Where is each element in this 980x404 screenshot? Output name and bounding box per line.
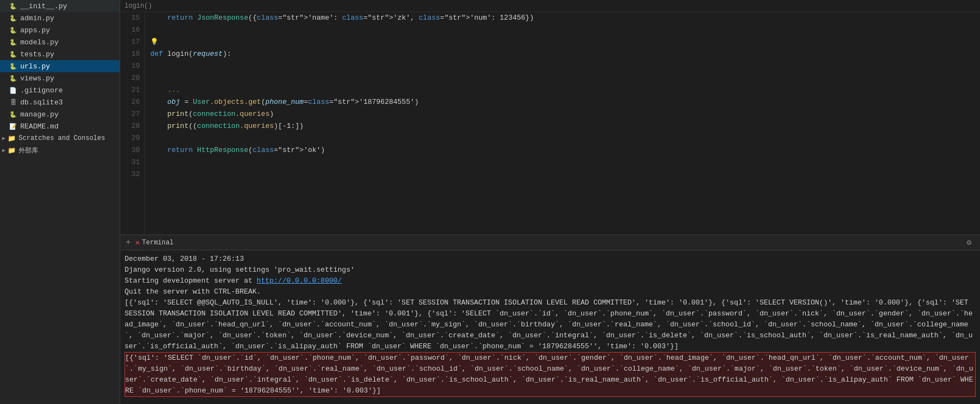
file-name: __init__.py (20, 2, 67, 10)
file-icon: 🐍 (9, 38, 17, 46)
section-arrow: ▶ (2, 147, 5, 154)
line-number: 17 (120, 36, 140, 48)
lightbulb-icon: 💡 (150, 38, 158, 46)
line-number: 18 (120, 48, 140, 60)
code-line[interactable] (150, 60, 980, 72)
line-number: 32 (120, 168, 140, 180)
file-name: views.py (20, 74, 54, 83)
code-line[interactable]: obj = User.objects.get(phone_num=class="… (150, 96, 980, 108)
sidebar-file-admin-py[interactable]: 🐍admin.py (0, 12, 120, 24)
terminal-add-icon[interactable]: + (126, 238, 131, 248)
main-area: login() 1516171819202126272829303132 ret… (120, 0, 980, 404)
sidebar-file-tests-py[interactable]: 🐍tests.py (0, 48, 120, 60)
file-icon: 🐍 (9, 62, 17, 71)
line-number: 16 (120, 24, 140, 36)
line-number: 28 (120, 120, 140, 132)
terminal-settings-icon[interactable]: ⚙ (964, 237, 975, 248)
terminal-panel: + ✕ Terminal ⚙ December 03, 2018 - 17:26… (120, 235, 980, 404)
code-editor: login() 1516171819202126272829303132 ret… (120, 0, 980, 235)
code-line[interactable] (150, 168, 980, 180)
line-number: 15 (120, 12, 140, 24)
code-line[interactable] (150, 132, 980, 144)
file-name: apps.py (20, 26, 50, 34)
file-icon: 🐍 (9, 74, 17, 83)
terminal-line: [{'sql': 'SELECT @@SQL_AUTO_IS_NULL', 't… (125, 298, 972, 350)
terminal-close-icon[interactable]: ✕ (135, 238, 140, 247)
line-number: 31 (120, 156, 140, 168)
file-list: 🐍__init__.py🐍admin.py🐍apps.py🐍models.py🐍… (0, 0, 120, 156)
section-label: Scratches and Consoles (19, 134, 105, 142)
file-icon: 🐍 (9, 50, 17, 58)
sidebar-file-models-py[interactable]: 🐍models.py (0, 36, 120, 48)
code-line[interactable]: print(connection.queries) (150, 108, 980, 120)
sidebar-section-Scratches and Consoles[interactable]: ▶📁Scratches and Consoles (0, 132, 120, 144)
sidebar-file-db-sqlite3[interactable]: 🗄db.sqlite3 (0, 96, 120, 108)
sidebar-file-apps-py[interactable]: 🐍apps.py (0, 24, 120, 36)
file-name: .gitignore (20, 86, 63, 95)
file-name: tests.py (20, 50, 54, 58)
line-number: 29 (120, 132, 140, 144)
terminal-line: Quit the server with CTRL-BREAK. (125, 288, 261, 296)
code-line[interactable]: ... (150, 84, 980, 96)
file-icon: 📝 (9, 122, 17, 131)
line-number: 30 (120, 144, 140, 156)
line-number: 20 (120, 72, 140, 84)
sidebar-file-urls-py[interactable]: 🐍urls.py (0, 60, 120, 72)
file-icon: 🐍 (9, 26, 17, 34)
line-number: 27 (120, 108, 140, 120)
terminal-line: [{'sql': 'SELECT `dn_user`.`id`, `dn_use… (125, 352, 976, 397)
code-line[interactable] (150, 72, 980, 84)
file-name: urls.py (20, 62, 50, 71)
file-name: admin.py (20, 14, 54, 22)
file-icon: 📄 (9, 86, 17, 95)
file-icon: 🐍 (9, 14, 17, 22)
terminal-link[interactable]: http://0.0.0.0:8000/ (257, 277, 342, 285)
file-name: manage.py (20, 110, 58, 119)
terminal-line: December 03, 2018 - 17:26:13 (125, 255, 244, 263)
section-arrow: ▶ (2, 135, 5, 142)
code-line[interactable]: return JsonResponse({class="str">'name':… (150, 12, 980, 24)
sidebar: 🐍__init__.py🐍admin.py🐍apps.py🐍models.py🐍… (0, 0, 120, 404)
code-line[interactable] (150, 156, 980, 168)
file-icon: 🐍 (9, 2, 17, 10)
file-icon: 🐍 (9, 110, 17, 119)
line-number: 26 (120, 96, 140, 108)
terminal-body[interactable]: December 03, 2018 - 17:26:13Django versi… (120, 250, 980, 404)
terminal-header: + ✕ Terminal ⚙ (120, 235, 980, 250)
terminal-line: Django version 2.0, using settings 'pro_… (125, 266, 355, 274)
line-numbers: 1516171819202126272829303132 (120, 12, 145, 235)
line-number: 21 (120, 84, 140, 96)
line-number: 19 (120, 60, 140, 72)
code-line[interactable] (150, 24, 980, 36)
sidebar-file-README-md[interactable]: 📝README.md (0, 120, 120, 132)
terminal-header-right: ⚙ (964, 237, 975, 248)
code-lines[interactable]: return JsonResponse({class="str">'name':… (145, 12, 980, 235)
code-line[interactable]: 💡 (150, 36, 980, 48)
sidebar-file-manage-py[interactable]: 🐍manage.py (0, 108, 120, 120)
file-icon: 🗄 (9, 98, 17, 107)
code-content[interactable]: 1516171819202126272829303132 return Json… (120, 12, 980, 235)
terminal-line: Starting development server at http://0.… (125, 277, 342, 285)
file-name: README.md (20, 122, 58, 131)
file-name: models.py (20, 38, 58, 46)
folder-icon: 📁 (8, 147, 16, 155)
sidebar-section-外部库[interactable]: ▶📁外部库 (0, 144, 120, 156)
code-line[interactable]: def login(request): (150, 48, 980, 60)
terminal-title: Terminal (142, 239, 174, 247)
section-label: 外部库 (19, 146, 38, 155)
code-line[interactable]: print((connection.queries)[-1:]) (150, 120, 980, 132)
file-name: db.sqlite3 (20, 98, 63, 107)
breadcrumb-text: login() (125, 2, 152, 10)
sidebar-file--gitignore[interactable]: 📄.gitignore (0, 84, 120, 96)
folder-icon: 📁 (8, 134, 16, 143)
sidebar-file-views-py[interactable]: 🐍views.py (0, 72, 120, 84)
code-line[interactable]: return HttpResponse(class="str">'ok') (150, 144, 980, 156)
sidebar-file-__init__-py[interactable]: 🐍__init__.py (0, 0, 120, 12)
breadcrumb: login() (120, 0, 980, 12)
